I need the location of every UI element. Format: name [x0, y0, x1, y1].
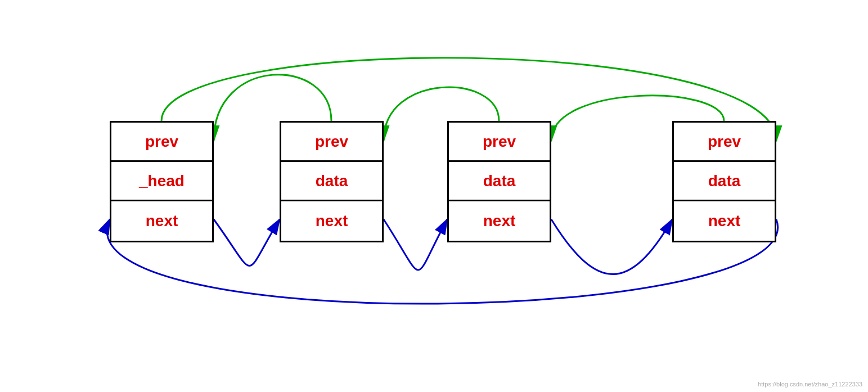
node-3-data: data — [449, 162, 550, 201]
node-1-next: next — [111, 201, 212, 241]
node-4-next: next — [674, 201, 775, 241]
node-4: prev data next — [672, 121, 776, 242]
diagram-container: prev _head next prev data next prev data… — [0, 0, 868, 392]
node-2-prev: prev — [281, 123, 382, 162]
node-2-next: next — [281, 201, 382, 241]
node-4-prev: prev — [674, 123, 775, 162]
node-1-prev: prev — [111, 123, 212, 162]
node-3: prev data next — [447, 121, 551, 242]
node-2-data: data — [281, 162, 382, 201]
watermark: https://blog.csdn.net/zhao_z11222333 — [758, 381, 862, 388]
node-4-data: data — [674, 162, 775, 201]
node-1-head: _head — [111, 162, 212, 201]
node-3-prev: prev — [449, 123, 550, 162]
node-2: prev data next — [280, 121, 384, 242]
node-1: prev _head next — [110, 121, 214, 242]
node-3-next: next — [449, 201, 550, 241]
